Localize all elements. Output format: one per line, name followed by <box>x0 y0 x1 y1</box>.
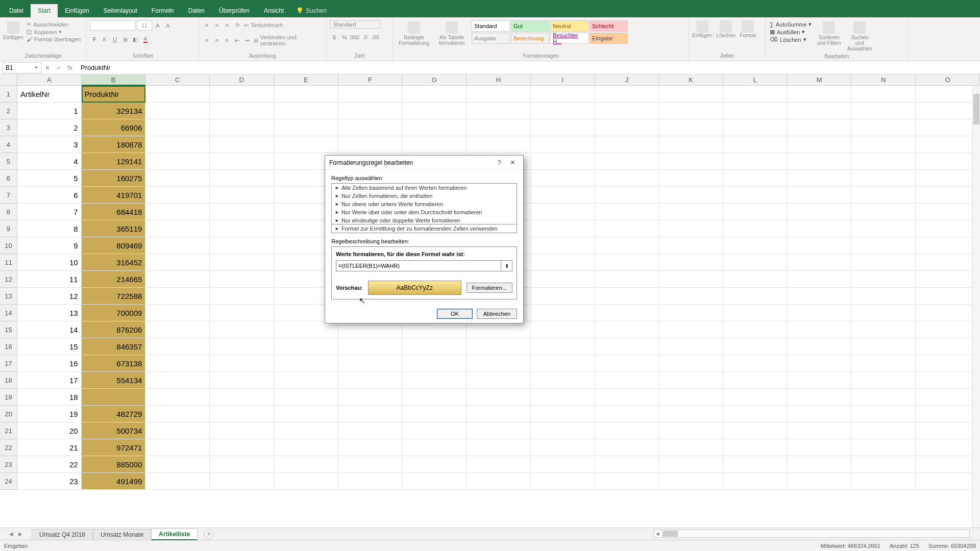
cell[interactable] <box>916 136 980 153</box>
cell[interactable] <box>274 103 338 119</box>
cell[interactable]: 180878 <box>82 136 146 153</box>
cell[interactable] <box>145 288 210 305</box>
cell[interactable] <box>788 288 852 305</box>
cell[interactable]: 20 <box>17 422 82 439</box>
cell[interactable] <box>210 355 274 372</box>
cell[interactable] <box>916 271 980 288</box>
cell[interactable] <box>595 439 659 456</box>
cell[interactable] <box>595 456 659 473</box>
cell[interactable] <box>723 220 788 237</box>
align-center-button[interactable]: ≡ <box>212 36 222 45</box>
sheet-tab-umsatz-monate[interactable]: Umsatz Monate <box>93 529 151 540</box>
cell[interactable] <box>851 254 916 271</box>
cell[interactable]: 491499 <box>82 473 146 490</box>
cell[interactable] <box>851 288 916 305</box>
cell[interactable] <box>402 406 467 422</box>
col-header-C[interactable]: C <box>145 74 210 86</box>
cell[interactable] <box>531 321 595 338</box>
row-header[interactable]: 11 <box>0 254 17 271</box>
cell[interactable] <box>531 389 595 406</box>
cell[interactable] <box>210 288 274 305</box>
cell[interactable]: 684418 <box>82 204 146 220</box>
cell[interactable] <box>659 288 723 305</box>
cell[interactable] <box>916 305 980 321</box>
cell[interactable] <box>402 372 467 389</box>
cell[interactable] <box>851 237 916 254</box>
cell[interactable] <box>145 406 210 422</box>
cell[interactable] <box>531 254 595 271</box>
cell[interactable] <box>531 170 595 187</box>
tab-datei[interactable]: Datei <box>2 4 31 17</box>
help-button[interactable]: ? <box>493 159 506 166</box>
cell[interactable]: 1 <box>17 103 82 119</box>
cell[interactable] <box>788 439 852 456</box>
cell[interactable]: 16 <box>17 355 82 372</box>
cell[interactable] <box>531 372 595 389</box>
cell[interactable] <box>659 456 723 473</box>
cell[interactable] <box>145 170 210 187</box>
cell[interactable] <box>723 254 788 271</box>
cell[interactable] <box>145 103 210 119</box>
cell[interactable] <box>916 338 980 355</box>
cell[interactable] <box>338 439 403 456</box>
cell[interactable] <box>145 204 210 220</box>
cell[interactable]: 3 <box>17 136 82 153</box>
tab-formeln[interactable]: Formeln <box>144 4 181 17</box>
merge-button[interactable]: ⊟Verbinden und zentrieren <box>253 34 323 47</box>
cell[interactable] <box>145 321 210 338</box>
col-header-F[interactable]: F <box>338 74 403 86</box>
delete-cells-button[interactable]: Löschen <box>716 20 736 38</box>
row-header[interactable]: 5 <box>0 153 17 170</box>
row-header[interactable]: 9 <box>0 220 17 237</box>
cell[interactable] <box>274 389 338 406</box>
tell-me-search[interactable]: 💡 Suchen <box>296 7 327 14</box>
cell[interactable] <box>210 271 274 288</box>
cell[interactable] <box>788 456 852 473</box>
cell[interactable] <box>338 136 403 153</box>
cell[interactable]: 554134 <box>82 372 146 389</box>
cell[interactable] <box>723 119 788 136</box>
fill-button[interactable]: ▦Ausfüllen▾ <box>769 28 813 36</box>
cell[interactable] <box>595 254 659 271</box>
cell[interactable]: 885000 <box>82 456 146 473</box>
row-header[interactable]: 4 <box>0 136 17 153</box>
bold-button[interactable]: F <box>90 35 99 44</box>
cell[interactable]: 18 <box>17 389 82 406</box>
cell[interactable] <box>145 355 210 372</box>
currency-button[interactable]: $ <box>330 33 339 42</box>
fx-button[interactable]: fx <box>64 64 76 71</box>
cell[interactable] <box>723 136 788 153</box>
cell[interactable] <box>402 389 467 406</box>
cell[interactable] <box>531 338 595 355</box>
col-header-G[interactable]: G <box>402 74 467 86</box>
tab-daten[interactable]: Daten <box>181 4 212 17</box>
cell[interactable] <box>916 372 980 389</box>
cell[interactable] <box>145 305 210 321</box>
cell[interactable] <box>916 220 980 237</box>
cell[interactable] <box>788 237 852 254</box>
cell[interactable] <box>210 305 274 321</box>
new-sheet-button[interactable]: + <box>204 529 214 539</box>
cell[interactable] <box>274 456 338 473</box>
horizontal-scrollbar[interactable]: ◀ <box>653 530 970 538</box>
style-ausgabe[interactable]: Ausgabe <box>472 33 510 44</box>
style-schlecht[interactable]: Schlecht <box>590 20 628 32</box>
cell[interactable]: 21 <box>17 439 82 456</box>
cell[interactable] <box>723 271 788 288</box>
cell[interactable] <box>531 473 595 490</box>
sheet-tab-umsatz-q4[interactable]: Umsatz Q4 2018 <box>32 529 93 540</box>
cell[interactable] <box>788 321 852 338</box>
col-header-M[interactable]: M <box>788 74 852 86</box>
row-header[interactable]: 1 <box>0 86 17 103</box>
cell[interactable] <box>788 136 852 153</box>
cell[interactable] <box>145 456 210 473</box>
tab-ueberpruefen[interactable]: Überprüfen <box>212 4 257 17</box>
cell[interactable] <box>851 170 916 187</box>
cell[interactable]: 9 <box>17 237 82 254</box>
cell[interactable] <box>402 338 467 355</box>
cell[interactable] <box>402 473 467 490</box>
font-color-button[interactable]: A <box>141 35 150 44</box>
cell[interactable] <box>659 271 723 288</box>
cell[interactable] <box>531 271 595 288</box>
cell[interactable] <box>595 271 659 288</box>
